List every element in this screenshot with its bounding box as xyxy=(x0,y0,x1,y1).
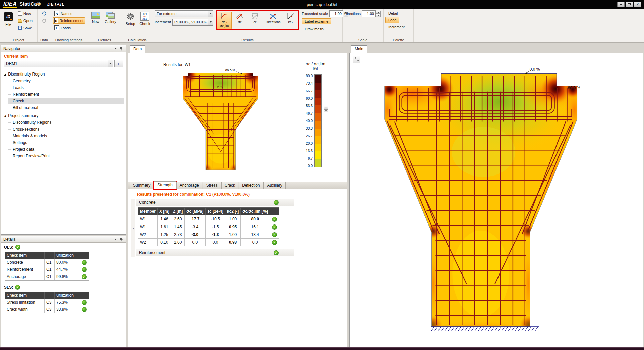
exceeded-scale-value[interactable]: 1.00 xyxy=(329,10,343,17)
tree-node-root[interactable]: ◢Project summary xyxy=(3,112,124,119)
undo-button[interactable] xyxy=(41,10,48,17)
close-button[interactable]: ✕ xyxy=(634,2,641,7)
tree-node-child[interactable]: Bill of material xyxy=(8,104,124,111)
palette-load-toggle[interactable]: Load xyxy=(385,17,399,23)
reinforcement-section-bar[interactable]: Reinforcement ✓ xyxy=(136,249,294,256)
legend-unit: [%] xyxy=(295,67,336,70)
result-tab-auxiliary[interactable]: Auxiliary xyxy=(264,182,286,189)
tab-main[interactable]: Main xyxy=(351,45,367,53)
maximize-button[interactable] xyxy=(626,2,633,7)
extreme-dropdown-arrow[interactable] xyxy=(208,11,213,17)
strength-row[interactable]: W11.611.45-3.4-1.50.9516.1✓ xyxy=(138,223,279,231)
scale-directions-value[interactable]: 1.00 xyxy=(362,10,376,17)
sigma-c-lim-button[interactable]: σc / σc,lim xyxy=(217,12,232,29)
open-button[interactable]: Open xyxy=(16,17,34,24)
tree-node-child[interactable]: Geometry xyxy=(8,78,124,84)
tree-node-child[interactable]: Check xyxy=(8,98,124,104)
extreme-dropdown[interactable]: For extreme xyxy=(155,10,213,17)
strength-row[interactable]: W20.102.600.00.00.930.0✓ xyxy=(138,239,279,246)
tree-node-root[interactable]: ◢Discontinuity Region xyxy=(3,71,124,78)
names-toggle[interactable]: A Names xyxy=(53,10,85,17)
current-item-value: DRM1 xyxy=(4,60,108,67)
details-panel: Details ULS:✓ Check itemUtilizationConcr… xyxy=(1,236,126,347)
draw-mesh-toggle[interactable]: Draw mesh xyxy=(302,26,327,32)
collapse-details-icon[interactable] xyxy=(113,237,118,242)
reinforcement-check-icon: ✓ xyxy=(274,250,279,255)
tree-node-child[interactable]: Reinforcement xyxy=(8,91,124,98)
legend-band xyxy=(315,144,321,151)
tab-data[interactable]: Data xyxy=(130,45,145,53)
increment-dropdown[interactable]: P100.0%, V100.0% xyxy=(172,19,213,26)
tree-node-child[interactable]: Cross-sections xyxy=(8,126,124,133)
save-button[interactable]: Save xyxy=(16,24,34,31)
kc2-button[interactable]: kc2 xyxy=(283,12,298,29)
collapse-panel-icon[interactable] xyxy=(113,46,118,51)
result-tab-deflection[interactable]: Deflection xyxy=(239,182,263,189)
loads-label: Loads xyxy=(61,26,71,30)
epsilon-c-button[interactable]: εc xyxy=(248,12,262,29)
pin-icon[interactable] xyxy=(118,46,124,51)
palette-increment-toggle[interactable]: Increment xyxy=(385,24,408,30)
details-row[interactable]: Stress limitationC375.3%✓ xyxy=(5,299,89,306)
minimize-button[interactable] xyxy=(617,2,625,7)
picture-new-button[interactable]: New xyxy=(89,10,102,37)
check-button[interactable]: 1+1 90 25.8 Check xyxy=(138,10,152,37)
legend-scale-up[interactable] xyxy=(324,106,328,109)
new-project-button[interactable]: New xyxy=(16,10,34,17)
tree-node-child[interactable]: Loads xyxy=(8,84,124,91)
file-button-label: File xyxy=(5,22,11,27)
details-row[interactable]: AnchorageC199.8%✓ xyxy=(5,273,89,280)
tree-node-child[interactable]: Materials & models xyxy=(8,133,124,139)
add-region-button[interactable]: + xyxy=(114,60,123,67)
section-collapse-arrow[interactable]: › xyxy=(132,226,134,231)
current-item-dropdown-arrow[interactable] xyxy=(108,60,113,67)
current-item-dropdown[interactable]: DRM1 xyxy=(4,60,113,67)
expand-view-button[interactable] xyxy=(353,56,360,63)
palette-detail-toggle[interactable]: Detail xyxy=(385,10,401,16)
result-tab-crack[interactable]: Crack xyxy=(221,182,238,189)
result-tab-anchorage[interactable]: Anchorage xyxy=(176,182,202,189)
sigma-c-button[interactable]: σc xyxy=(232,12,247,29)
scale-directions-spinner[interactable]: 1.00 xyxy=(362,10,381,17)
result-tab-summary[interactable]: Summary xyxy=(130,182,154,189)
reinforcement-toggle[interactable]: R Reinforcement xyxy=(53,17,85,24)
tree-expand-icon[interactable]: ◢ xyxy=(4,114,6,117)
increment-dropdown-arrow[interactable] xyxy=(208,19,213,25)
concrete-section-bar[interactable]: Concrete ✓ xyxy=(136,199,294,206)
scale-directions-down[interactable] xyxy=(376,14,381,17)
strength-row[interactable]: W21.252.73-3.0-1.31.0013.4✓ xyxy=(138,231,279,239)
label-extreme-toggle[interactable]: Label extreme xyxy=(302,18,331,24)
strength-cell-check: ✓ xyxy=(270,239,279,246)
tree-node-child[interactable]: Project data xyxy=(8,146,124,153)
results-buttons-annotation: σc / σc,lim σc εc xyxy=(216,10,299,30)
result-tab-strength[interactable]: Strength xyxy=(154,181,176,189)
details-pin-icon[interactable] xyxy=(118,237,124,242)
details-item: Reinforcement xyxy=(5,266,45,273)
tree-expand-icon[interactable]: ◢ xyxy=(4,73,6,76)
details-row[interactable]: ReinforcementC144.7%✓ xyxy=(5,266,89,273)
tree-children: Discontinuity RegionsCross-sectionsMater… xyxy=(8,119,124,159)
directions-button[interactable]: Directions xyxy=(263,12,283,29)
redo-button[interactable] xyxy=(41,18,48,24)
details-utilization: 33.8% xyxy=(55,306,79,313)
strength-cell: -3.4 xyxy=(185,223,206,231)
strength-row[interactable]: W11.462.60-17.7-10.51.0080.0✓ xyxy=(138,215,279,223)
strength-cell: 0.0 xyxy=(241,239,270,246)
tree-node-child[interactable]: Settings xyxy=(8,139,124,146)
scale-directions-up[interactable] xyxy=(376,11,381,14)
result-tab-stress[interactable]: Stress xyxy=(203,182,221,189)
setup-button[interactable]: Setup xyxy=(124,10,137,37)
section-collapse-gutter[interactable]: › xyxy=(131,199,135,257)
file-button[interactable]: ID File xyxy=(2,10,15,37)
gallery-button[interactable]: Gallery xyxy=(103,10,118,37)
check-ok-icon: ✓ xyxy=(82,274,87,279)
tree-node-child[interactable]: Discontinuity Regions xyxy=(8,119,124,126)
concrete-check-icon: ✓ xyxy=(274,200,279,205)
status-bar xyxy=(0,347,644,350)
loads-toggle[interactable]: L Loads xyxy=(53,24,85,31)
details-row[interactable]: Crack widthC333.8%✓ xyxy=(5,306,89,313)
legend-scale-down[interactable] xyxy=(324,109,328,112)
details-row[interactable]: ConcreteC180.0%✓ xyxy=(5,259,89,266)
reinforcement-letter-icon: R xyxy=(54,18,58,23)
tree-node-child[interactable]: Report Preview/Print xyxy=(8,153,124,159)
